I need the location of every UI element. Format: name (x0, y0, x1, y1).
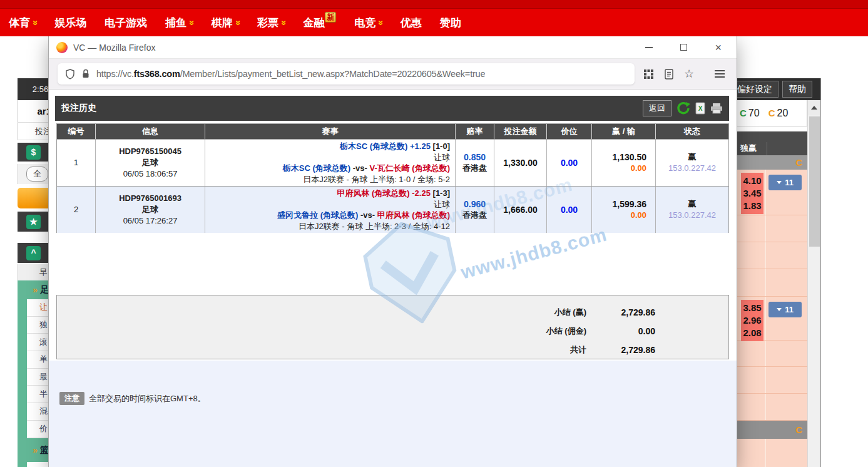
home-team: 盛冈戈鲁拉 (角球总数) (277, 210, 358, 220)
panel-title: 投注历史 (61, 103, 96, 114)
nav-item-lottery[interactable]: 彩票« (257, 16, 285, 30)
all-filter-button[interactable]: 全 (26, 167, 48, 182)
nav-item-casino[interactable]: 娱乐场 (54, 16, 86, 30)
col-header-info: 信息 (96, 124, 205, 139)
counter-value: 70 (748, 108, 760, 119)
chevron-down-icon: « (185, 20, 196, 25)
double-arrow-icon: » (33, 285, 38, 295)
more-markets-button[interactable]: 11 (768, 175, 802, 190)
shield-icon[interactable] (65, 69, 75, 80)
note-area: 注意 全部交易的时间标识在GMT+8。 (49, 361, 737, 467)
odds-panel: 独赢 C 4.10 3.45 1.83 11 (737, 131, 807, 467)
more-markets-button[interactable]: 11 (768, 302, 802, 317)
help-button[interactable]: 帮助 (782, 81, 812, 98)
refresh-counters: C70 C20 (733, 100, 807, 126)
odds-header-spacer (737, 131, 807, 142)
bet-pick: 栃木SC (角球总数) +1.25 (340, 141, 431, 151)
page-content: 投注历史 返回 X 编号 信息 赛事 赔率 投注金额 价位 赢 / 输 (49, 90, 737, 467)
url-text: https://vc.fts368.com/Member/Lists/payme… (96, 69, 485, 79)
odds-highlight-block[interactable]: 3.85 2.96 2.08 (741, 300, 763, 341)
odds-highlight-block[interactable]: 4.10 3.45 1.83 (741, 173, 763, 214)
browser-urlbar: https://vc.fts368.com/Member/Lists/payme… (49, 59, 737, 90)
refresh-icon[interactable] (677, 101, 690, 115)
summary-row-commission: 小结 (佣金) 0.00 (57, 322, 728, 341)
refresh-icon-green[interactable]: C (740, 108, 747, 118)
odds-cell[interactable] (737, 341, 766, 366)
odds-cell[interactable] (766, 269, 806, 296)
odds-cell[interactable]: 4.10 3.45 1.83 (737, 170, 766, 215)
refresh-icon-orange[interactable]: C (768, 108, 775, 118)
reader-mode-icon[interactable] (665, 69, 673, 80)
preferences-button[interactable]: 偏好设定 (731, 81, 779, 98)
odds-cell[interactable] (766, 367, 806, 393)
nav-item-boardgames[interactable]: 棋牌« (212, 16, 239, 30)
window-titlebar[interactable]: VC — Mozilla Firefox × (49, 36, 737, 59)
status-badge: 赢 (688, 151, 697, 163)
nav-item-fishing[interactable]: 捕鱼« (165, 16, 193, 30)
odds-cell[interactable] (766, 242, 806, 269)
bet-history-table: 编号 信息 赛事 赔率 投注金额 价位 赢 / 输 状态 1 HDP976515… (56, 123, 729, 233)
refresh-icon-orange[interactable]: C (795, 157, 802, 168)
bookmark-star-icon[interactable]: ☆ (684, 68, 694, 80)
export-excel-icon[interactable]: X (695, 102, 705, 115)
address-field[interactable]: https://vc.fts368.com/Member/Lists/payme… (58, 63, 635, 85)
maximize-icon[interactable] (680, 44, 687, 51)
nav-item-finance[interactable]: 金融新 (303, 16, 336, 30)
print-icon[interactable] (710, 103, 723, 114)
odds-cell[interactable]: 3.85 2.96 2.08 (737, 297, 766, 340)
nav-item-sponsor[interactable]: 赞助 (440, 16, 461, 30)
cell-status: 赢 153.0.227.42 (656, 140, 728, 186)
cell-info: HDP9765150045 足球 06/05 18:06:57 (96, 140, 205, 186)
nav-item-sports[interactable]: 体育« (9, 16, 36, 30)
odds-cell[interactable] (766, 439, 806, 467)
back-button[interactable]: 返回 (643, 100, 671, 116)
odds-column-header: 独赢 (737, 142, 807, 155)
minimize-icon[interactable] (645, 47, 653, 48)
scroll-up-button[interactable] (808, 100, 820, 115)
summary-row-win: 小结 (赢) 2,729.86 (57, 303, 728, 322)
extensions-grid-icon[interactable] (643, 69, 654, 80)
menu-hamburger-icon[interactable] (715, 73, 725, 74)
bet-sport: 足球 (142, 204, 158, 215)
cell-winloss: 1,130.50 0.00 (592, 140, 656, 186)
nav-item-promo[interactable]: 优惠 (401, 16, 422, 30)
odds-cell[interactable] (737, 394, 766, 420)
odds-cell: 11 (766, 170, 806, 215)
nav-item-slots[interactable]: 电子游戏 (105, 16, 147, 30)
col-header-price: 价位 (547, 124, 592, 139)
star-icon: ★ (26, 215, 41, 229)
screen: 体育« 娱乐场 电子游戏 捕鱼« 棋牌« 彩票« 金融新 电竞« 优惠 赞助 2… (0, 0, 868, 467)
col-header-match: 赛事 (205, 124, 456, 139)
odds-cell[interactable] (737, 242, 766, 269)
page-scrollbar[interactable] (807, 100, 820, 467)
chevron-down-icon: « (374, 20, 385, 25)
odds-cell[interactable] (766, 394, 806, 420)
bet-type: 让球 (434, 152, 450, 163)
firefox-icon (56, 42, 68, 53)
new-badge: 新 (325, 12, 336, 23)
odds-cell[interactable] (737, 215, 766, 242)
scrollbar-thumb[interactable] (809, 116, 820, 247)
chevron-down-icon: « (277, 20, 288, 25)
odds-cell[interactable] (766, 341, 806, 366)
odds-cell[interactable] (737, 367, 766, 393)
bet-ref: HDP9765001693 (119, 193, 181, 204)
summary-row-total: 共计 2,729.86 (57, 341, 728, 359)
triangle-down-icon (777, 181, 782, 184)
cell-price: 0.00 (547, 140, 592, 186)
odds-cell[interactable] (766, 215, 806, 242)
status-badge: 赢 (688, 198, 697, 210)
lock-icon[interactable] (81, 69, 90, 79)
refresh-icon-orange[interactable]: C (795, 424, 802, 435)
table-header-row: 编号 信息 赛事 赔率 投注金额 价位 赢 / 输 状态 (57, 124, 728, 139)
col-header-no: 编号 (57, 124, 96, 139)
league-line: 日本J2联赛 - 角球 上半场: 2-3 / 全场: 4-12 (299, 221, 450, 232)
cell-no: 1 (57, 140, 96, 186)
nav-item-esports[interactable]: 电竞« (354, 16, 382, 30)
cell-winloss: 1,599.36 0.00 (592, 187, 656, 233)
odds-cell[interactable] (737, 439, 766, 467)
odds-cell[interactable] (737, 269, 766, 296)
cell-info: HDP9765001693 足球 06/05 17:26:27 (96, 187, 205, 233)
close-icon[interactable]: × (715, 42, 722, 53)
page-edge-line (820, 78, 821, 467)
